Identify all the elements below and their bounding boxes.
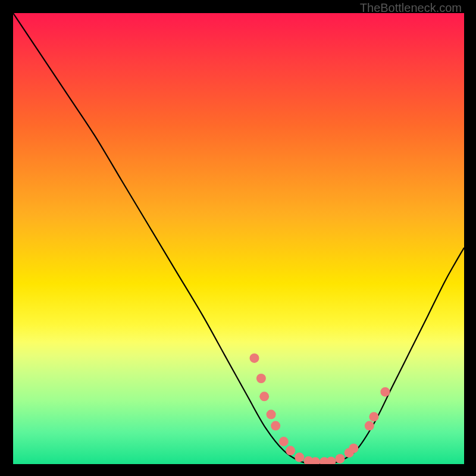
dot-marker xyxy=(271,421,280,431)
dot-marker xyxy=(380,387,390,397)
dot-marker xyxy=(259,392,269,401)
dot-marker xyxy=(336,454,345,464)
chart-frame: TheBottleneck.com xyxy=(0,0,476,476)
dot-marker xyxy=(326,457,336,465)
dot-marker xyxy=(349,444,358,453)
dot-marker xyxy=(267,410,276,419)
sample-dots xyxy=(250,353,390,464)
chart-plot-area xyxy=(13,13,464,464)
chart-svg xyxy=(13,13,464,464)
dot-marker xyxy=(286,446,295,455)
dot-marker xyxy=(256,374,266,383)
bottleneck-curve xyxy=(13,13,464,464)
watermark-text: TheBottleneck.com xyxy=(360,1,462,15)
dot-marker xyxy=(365,421,374,431)
dot-marker xyxy=(295,453,304,462)
dot-marker xyxy=(369,412,378,421)
dot-marker xyxy=(250,353,259,363)
dot-marker xyxy=(279,437,289,446)
